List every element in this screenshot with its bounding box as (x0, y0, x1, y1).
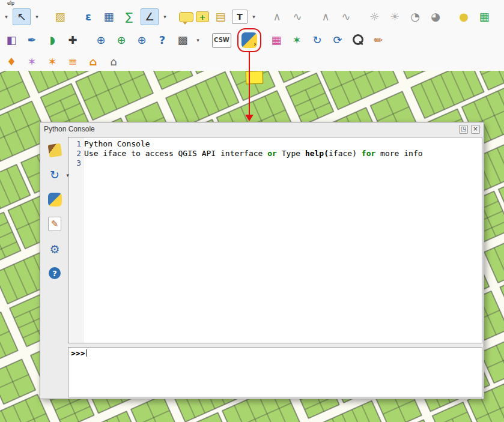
console-output-area[interactable]: 1 Python Console 2 Use iface to access Q… (68, 137, 482, 343)
toolbar-button-glyph: ◧ (6, 35, 16, 46)
toolbar-button-glyph: ∧ (321, 11, 329, 22)
wms-globe-icon[interactable]: ⊕ (92, 32, 110, 49)
code-line: 3 (68, 158, 482, 168)
toolbar-button-glyph: ✒ (27, 35, 36, 46)
refresh-icon[interactable]: ↻ (308, 32, 326, 49)
text-cursor (87, 349, 87, 357)
layer-stack-icon[interactable]: ≡ (64, 53, 82, 70)
toolbar-button-glyph: ✶ (47, 56, 56, 67)
toolbar-separator (260, 8, 266, 25)
close-window-button[interactable]: × (471, 125, 480, 134)
plugin-colors-icon[interactable]: ▦ (267, 32, 285, 49)
building-tool-icon[interactable]: ⌂ (84, 53, 102, 70)
wcs-globe-icon[interactable]: ⊕ (112, 32, 130, 49)
toolbar-button-glyph: ✚ (68, 35, 77, 46)
help-icon[interactable]: ? (49, 267, 61, 279)
map-tips-icon[interactable] (179, 12, 193, 22)
digitize-pen-2-icon[interactable]: ◗ (43, 32, 61, 49)
reload-search-icon[interactable]: ⟳ (329, 32, 347, 49)
map-tool-dropdown-icon[interactable]: ▾ (2, 8, 10, 25)
sparkle-wand-icon[interactable]: ✶ (23, 53, 41, 70)
wand-icon[interactable]: ✏ (369, 32, 387, 49)
legend-grid-icon[interactable]: ▦ (475, 8, 493, 25)
sun-effect-icon[interactable]: ☼ (365, 8, 383, 25)
metasearch-dropdown-icon[interactable]: ▾ (194, 32, 202, 49)
text-annotation-icon[interactable]: T (232, 10, 247, 24)
toolbar-separator (204, 32, 210, 49)
plugin-manager-icon[interactable]: ✶ (288, 32, 306, 49)
toolbar-button-glyph: ▨ (55, 11, 65, 22)
dropdown-caret-icon: ▾ (66, 172, 69, 178)
metasearch-icon[interactable]: ▩ (174, 32, 192, 49)
toolbar-button-glyph: ∧ (273, 11, 281, 22)
toolbar-area: elp ▾↖▾▨ε▦∑∠▾+▤T▾∧∿∧∿☼☀◔◕●▦ ◧✒◗✚⊕⊕⊕?▩▾CS… (0, 0, 504, 71)
toolbar-button-glyph: ☼ (369, 11, 379, 22)
profile-tool-3-icon[interactable]: ∧ (317, 8, 335, 25)
python-side-icon[interactable] (48, 193, 62, 206)
measure-icon[interactable]: ∠ (141, 8, 159, 25)
toolbar-button-glyph: ☀ (390, 11, 399, 22)
python-console-titlebar[interactable]: Python Console ◳× (40, 122, 484, 136)
sun-effect-2-icon[interactable]: ☀ (386, 8, 404, 25)
digitize-pen-icon[interactable]: ✒ (23, 32, 41, 49)
sparkle-wand-2-icon[interactable]: ✶ (43, 53, 61, 70)
globe-effect-2-icon[interactable]: ◕ (427, 8, 445, 25)
code-line: 2 Use iface to access QGIS API interface… (68, 149, 482, 158)
whats-this-icon[interactable]: ? (153, 32, 171, 49)
profile-tool-4-icon[interactable]: ∿ (337, 8, 355, 25)
vector-tool-icon[interactable]: ◧ (2, 32, 20, 49)
toolbar-button-glyph: ▾ (196, 38, 199, 43)
profile-tool-icon[interactable]: ∧ (268, 8, 286, 25)
toolbar-button-glyph: ↻ (312, 35, 321, 46)
toolbar-separator (71, 8, 77, 25)
show-bookmarks-icon[interactable]: ▤ (211, 8, 229, 25)
show-editor-icon[interactable]: ✎ (48, 217, 61, 231)
toolbar-button-glyph: ≡ (68, 56, 77, 67)
code-text: Use iface to access QGIS API interface o… (84, 149, 423, 158)
statistical-summary-icon[interactable]: ∑ (120, 8, 138, 25)
toolbar-row-2: ◧✒◗✚⊕⊕⊕?▩▾CSW›▦✶↻⟳✏ (0, 28, 504, 53)
toolbar-button-glyph: ▾ (5, 14, 8, 20)
window-buttons: ◳× (459, 125, 480, 134)
line-number: 1 (68, 139, 84, 149)
new-bookmark-icon[interactable]: + (196, 11, 209, 22)
options-icon[interactable]: ⚙ (47, 241, 62, 257)
deselect-features-icon[interactable]: ▨ (51, 8, 69, 25)
toolbar-button-glyph: ● (459, 11, 469, 22)
toolbar-button-glyph: + (199, 13, 206, 21)
csw-button[interactable]: CSW (212, 33, 231, 48)
console-input-area[interactable]: >>> (68, 347, 482, 397)
globe-effect-icon[interactable]: ◔ (406, 8, 424, 25)
run-command-icon[interactable]: ↻▾ (47, 167, 62, 182)
flame-tool-icon[interactable]: ♦ (2, 53, 20, 70)
measure-dropdown-icon[interactable]: ▾ (161, 8, 169, 25)
search-icon[interactable] (349, 32, 367, 49)
code-line: 1 Python Console (68, 139, 482, 149)
toolbar-button-glyph: ∿ (293, 11, 302, 22)
select-features-dropdown-icon[interactable]: ▾ (33, 8, 41, 25)
select-by-expression-icon[interactable]: ε (79, 8, 97, 25)
console-right-column: 1 Python Console 2 Use iface to access Q… (68, 137, 482, 397)
toolbar-button-glyph: ⊕ (96, 35, 105, 46)
toolbar-button-glyph: ◕ (431, 11, 440, 22)
clear-console-icon[interactable] (47, 143, 62, 158)
menubar-fragment: elp (0, 0, 504, 6)
profile-tool-2-icon[interactable]: ∿ (288, 8, 306, 25)
sphere-icon[interactable]: ● (455, 8, 473, 25)
toolbar-button-glyph: ∠ (145, 11, 154, 22)
python-console-title: Python Console (44, 125, 95, 133)
attribute-table-icon[interactable]: ▦ (100, 8, 118, 25)
toolbar-button-glyph: ▤ (215, 11, 225, 22)
toolbar-button-glyph: ◔ (410, 11, 420, 22)
text-annotation-dropdown-icon[interactable]: ▾ (250, 8, 258, 25)
select-features-icon[interactable]: ↖ (13, 8, 31, 25)
add-feature-icon[interactable]: ✚ (64, 32, 82, 49)
toolbar-button-glyph: ▩ (177, 35, 187, 46)
wfs-globe-icon[interactable]: ⊕ (133, 32, 151, 49)
float-window-button[interactable]: ◳ (459, 125, 468, 134)
python-console-icon[interactable]: › (241, 32, 257, 48)
toolbar-button-glyph: T (237, 13, 243, 21)
menu-help-partial[interactable]: elp (7, 0, 14, 6)
toolbar-button-glyph: ✶ (292, 35, 301, 46)
building-outline-icon[interactable]: ⌂ (105, 53, 123, 70)
